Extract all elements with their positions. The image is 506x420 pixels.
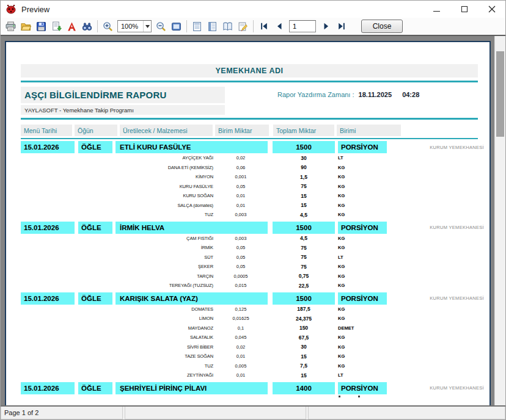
- location-label: KURUM YEMEKHANESİ: [380, 382, 484, 394]
- column-header-item: Üretilecek / Malzemesi: [120, 125, 213, 136]
- ingredient-name: TUZ: [21, 210, 213, 220]
- ingredient-unit: KG: [338, 234, 375, 244]
- dropdown-arrow-icon[interactable]: [143, 21, 151, 32]
- print-button[interactable]: [3, 19, 18, 34]
- whole-page-button[interactable]: [169, 19, 184, 34]
- report-title-band: AŞÇI BİLGİLENDİRME RAPORU: [21, 87, 225, 103]
- export-button[interactable]: [49, 19, 64, 34]
- first-page-button[interactable]: [256, 19, 271, 34]
- report-title: AŞÇI BİLGİLENDİRME RAPORU: [21, 90, 167, 100]
- edit-page-button[interactable]: [235, 19, 251, 34]
- toolbar-separator: [97, 20, 98, 32]
- ingredient-unit-amount: 0,01: [219, 352, 262, 361]
- ingredient-row: AYÇİÇEK YAĞI 0,02 30 LT: [21, 153, 478, 163]
- toolbar: 100%: [1, 18, 505, 36]
- ingredient-unit-amount: 0,02: [219, 342, 262, 352]
- ingredient-unit-amount: 0,005: [219, 361, 262, 371]
- toolbar-separator: [186, 20, 187, 32]
- menu-section: 15.01.2026 ÖĞLE ŞEHRİYELİ PİRİNÇ PİLAVI …: [21, 382, 478, 398]
- ingredient-unit: DEMET: [338, 324, 375, 333]
- ingredient-row: ZEYTİNYAĞI 0,01 15 LT: [21, 371, 478, 380]
- ingredient-row: SALATALIK 0,045 67,5 KG: [21, 333, 478, 342]
- ingredient-total: 15: [273, 371, 335, 380]
- ingredient-name: DOMATES: [21, 305, 213, 314]
- ingredient-row: SÜT 0,05 75 LT: [21, 253, 478, 262]
- print-date-value: 18.11.2025: [359, 91, 392, 98]
- ingredient-unit-amount: 0,05: [219, 182, 262, 192]
- ingredient-name: ŞEKER: [21, 262, 213, 272]
- app-bug-icon: [6, 4, 16, 14]
- menu-date: 15.01.2026: [21, 292, 75, 305]
- divider: [21, 138, 478, 139]
- total-amount: 1500: [273, 292, 335, 305]
- ingredient-unit-amount: 0,003: [219, 210, 262, 220]
- maximize-icon: [461, 6, 468, 12]
- ingredient-row: MAYDANOZ 0,1 150 DEMET: [21, 324, 478, 333]
- ingredient-row: DANA ETİ (KEMİKSİZ) 0,06 90 KG: [21, 163, 478, 173]
- preview-area: YEMEKHANE ADI AŞÇI BİLGİLENDİRME RAPORU …: [1, 36, 505, 405]
- zoom-level-dropdown[interactable]: 100%: [117, 20, 152, 32]
- column-header-unit: Birimi: [337, 125, 401, 136]
- ingredient-unit: KG: [338, 243, 375, 253]
- column-header-unit-amount: Birim Miktar: [215, 125, 269, 136]
- print-time-value: 04:28: [402, 91, 419, 98]
- ingredient-total: 24,375: [273, 314, 335, 324]
- ingredient-row: SİVRİ BİBER 0,02 30 KG: [21, 342, 478, 352]
- zoom-in-button[interactable]: [100, 19, 116, 34]
- ingredient-name: ÇAM FISTIĞI: [21, 234, 213, 244]
- org-name-band: YEMEKHANE ADI: [21, 64, 478, 78]
- report-subtitle: YAYLASOFT - Yemekhane Takip Programı: [21, 107, 134, 114]
- dish-name: İRMİK HELVA: [116, 222, 268, 234]
- org-name: YEMEKHANE ADI: [216, 67, 284, 75]
- section-header-row: 15.01.2026 ÖĞLE KARIŞIK SALATA (YAZ) 150…: [21, 292, 478, 305]
- maximize-button[interactable]: [450, 1, 478, 18]
- page-settings-button[interactable]: [189, 19, 205, 34]
- ingredient-name: KURU SOĞAN: [21, 191, 213, 201]
- vertical-scrollbar[interactable]: [494, 36, 505, 405]
- column-header-total-amount: Toplam Miktar: [273, 125, 334, 136]
- preview-window: Preview: [0, 0, 506, 420]
- edit-pencil-icon: [238, 21, 248, 32]
- open-button[interactable]: [18, 19, 34, 34]
- amount-unit: PORSİYON: [338, 222, 387, 234]
- ingredient-total: 0,75: [273, 272, 335, 281]
- find-button[interactable]: [79, 19, 95, 34]
- titlebar: Preview: [1, 1, 505, 18]
- prev-page-button[interactable]: [271, 19, 287, 34]
- ingredient-total: 30: [273, 153, 335, 163]
- close-window-button[interactable]: [478, 1, 505, 18]
- page-settings-icon: [192, 21, 202, 32]
- page-number-input[interactable]: [289, 20, 316, 32]
- close-preview-button[interactable]: Close: [361, 20, 403, 33]
- status-page-info: Page 1 of 2: [1, 407, 123, 419]
- dish-name: KARIŞIK SALATA (YAZ): [116, 292, 268, 305]
- last-page-button[interactable]: [334, 19, 349, 34]
- export-pdf-button[interactable]: [64, 19, 79, 34]
- total-amount: 1500: [273, 222, 335, 234]
- page-setup-button[interactable]: [220, 19, 235, 34]
- save-button[interactable]: [34, 19, 49, 34]
- zoom-level-value: 100%: [118, 23, 143, 30]
- ingredient-total: 90: [273, 163, 335, 173]
- column-header-row: Menü Tarihi Öğün Üretilecek / Malzemesi …: [21, 125, 478, 136]
- ingredient-row: KURU SOĞAN 0,01 15 KG: [21, 191, 478, 201]
- total-amount: 1500: [273, 141, 335, 153]
- scrollbar-thumb[interactable]: [496, 51, 504, 137]
- ingredient-unit-amount: 0,01625: [219, 314, 262, 324]
- ingredient-unit: LT: [338, 253, 375, 262]
- ingredient-name: SALÇA (domates): [21, 201, 213, 211]
- ingredient-total: 187,5: [273, 305, 335, 314]
- zoom-out-button[interactable]: [153, 19, 169, 34]
- next-page-button[interactable]: [318, 19, 334, 34]
- ingredient-unit: KG: [338, 262, 375, 272]
- ingredient-unit: KG: [338, 272, 375, 281]
- ingredient-name: DANA ETİ (KEMİKSİZ): [21, 163, 213, 173]
- open-folder-icon: [21, 21, 31, 32]
- outline-button[interactable]: [205, 19, 220, 34]
- minimize-button[interactable]: [423, 1, 450, 18]
- prev-page-icon: [275, 22, 284, 31]
- ingredient-unit: LT: [338, 371, 375, 380]
- ingredient-name: SÜT: [21, 253, 213, 262]
- ingredient-row: TAZE SOĞAN 0,01 15 KG: [21, 352, 478, 361]
- clipped-row-hint: [21, 394, 478, 398]
